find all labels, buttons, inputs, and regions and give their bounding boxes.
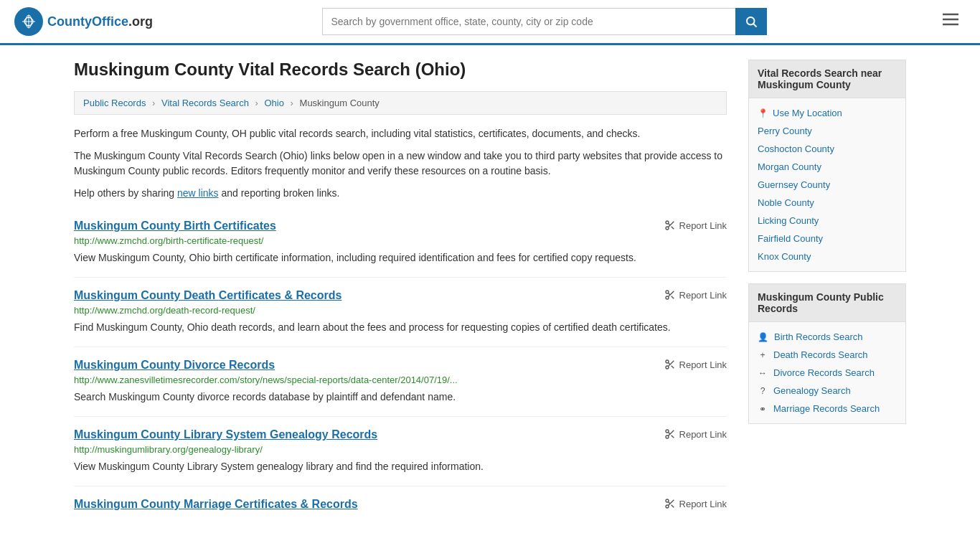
scissors-icon: [664, 220, 676, 231]
public-record-link-4[interactable]: Marriage Records Search: [773, 403, 880, 414]
nearby-county-link-4[interactable]: Noble County: [758, 197, 814, 208]
new-links-link[interactable]: new links: [177, 187, 219, 199]
nearby-county-item: Knox County: [749, 248, 905, 265]
svg-point-25: [666, 435, 669, 438]
public-records-links: 👤 Birth Records Search + Death Records S…: [749, 322, 905, 423]
result-url: http://www.zanesvilletimesrecorder.com/s…: [74, 375, 727, 385]
svg-line-32: [671, 505, 674, 508]
result-header: Muskingum County Marriage Certificates &…: [74, 498, 727, 511]
public-record-item: ↔ Divorce Records Search: [749, 364, 905, 382]
nearby-county-item: Fairfield County: [749, 230, 905, 248]
genealogy-icon: ?: [758, 386, 768, 396]
header: CountyOffice.org: [0, 0, 980, 45]
nearby-title: Vital Records Search near Muskingum Coun…: [749, 60, 905, 98]
result-item: Muskingum County Library System Genealog…: [74, 417, 727, 486]
nearby-county-item: Licking County: [749, 212, 905, 230]
result-desc: View Muskingum County Library System gen…: [74, 459, 727, 474]
sidebar: Vital Records Search near Muskingum Coun…: [748, 60, 906, 525]
nearby-counties-list: Perry CountyCoshocton CountyMorgan Count…: [749, 122, 905, 265]
search-button[interactable]: [735, 8, 767, 35]
result-url: http://www.zmchd.org/birth-certificate-r…: [74, 235, 727, 246]
result-desc: View Muskingum County, Ohio birth certif…: [74, 250, 727, 265]
result-title-0[interactable]: Muskingum County Birth Certificates: [74, 220, 276, 232]
public-record-link-2[interactable]: Divorce Records Search: [773, 367, 875, 378]
report-link-label: Report Link: [679, 290, 727, 301]
report-link-3[interactable]: Report Link: [664, 428, 727, 440]
result-header: Muskingum County Death Certificates & Re…: [74, 289, 727, 302]
breadcrumb-vital-records[interactable]: Vital Records Search: [161, 98, 249, 108]
nearby-links: 📍 Use My Location Perry CountyCoshocton …: [749, 98, 905, 271]
page-title: Muskingum County Vital Records Search (O…: [74, 60, 727, 80]
nearby-county-link-0[interactable]: Perry County: [758, 126, 812, 136]
svg-line-28: [668, 432, 670, 434]
report-link-4[interactable]: Report Link: [664, 498, 727, 509]
svg-point-14: [666, 291, 669, 293]
scissors-icon: [664, 289, 676, 301]
result-title-3[interactable]: Muskingum County Library System Genealog…: [74, 428, 377, 441]
svg-point-9: [666, 221, 669, 224]
nearby-county-link-5[interactable]: Licking County: [758, 215, 819, 226]
svg-line-5: [753, 24, 756, 27]
logo-text: CountyOffice.org: [47, 14, 153, 29]
nearby-county-item: Guernsey County: [749, 176, 905, 194]
nearby-county-link-1[interactable]: Coshocton County: [758, 143, 834, 154]
svg-point-10: [666, 227, 669, 230]
report-link-0[interactable]: Report Link: [664, 220, 727, 231]
result-title-1[interactable]: Muskingum County Death Certificates & Re…: [74, 289, 341, 302]
main-container: Muskingum County Vital Records Search (O…: [60, 45, 920, 540]
result-desc: Search Muskingum County divorce records …: [74, 390, 727, 405]
result-url: http://muskingumlibrary.org/genealogy-li…: [74, 444, 727, 455]
search-area: [322, 8, 767, 35]
report-link-1[interactable]: Report Link: [664, 289, 727, 301]
marriage-icon: ⚭: [758, 404, 768, 414]
svg-line-18: [668, 293, 670, 295]
svg-line-23: [668, 362, 670, 364]
report-link-2[interactable]: Report Link: [664, 359, 727, 370]
breadcrumb-public-records[interactable]: Public Records: [83, 98, 146, 108]
scissors-icon: [664, 428, 676, 440]
logo-area: CountyOffice.org: [14, 7, 153, 36]
nearby-county-item: Noble County: [749, 194, 905, 212]
public-record-link-3[interactable]: Genealogy Search: [773, 385, 851, 396]
report-link-label: Report Link: [679, 429, 727, 440]
svg-point-30: [666, 505, 669, 508]
description-3: Help others by sharing new links and rep…: [74, 186, 727, 201]
svg-line-33: [668, 501, 670, 504]
death-icon: +: [758, 350, 768, 360]
public-record-link-0[interactable]: Birth Records Search: [774, 331, 863, 342]
report-link-label: Report Link: [679, 359, 727, 370]
scissors-icon: [664, 359, 676, 370]
search-input[interactable]: [322, 8, 735, 35]
svg-line-12: [671, 227, 674, 230]
result-desc: Find Muskingum County, Ohio death record…: [74, 320, 727, 335]
svg-point-15: [666, 296, 669, 299]
menu-button[interactable]: [936, 9, 966, 34]
description-2: The Muskingum County Vital Records Searc…: [74, 149, 727, 179]
location-icon: 📍: [758, 108, 768, 118]
result-item: Muskingum County Marriage Certificates &…: [74, 486, 727, 525]
use-my-location-item: 📍 Use My Location: [749, 104, 905, 122]
public-record-item: ? Genealogy Search: [749, 382, 905, 400]
public-record-item: + Death Records Search: [749, 346, 905, 364]
public-record-item: ⚭ Marriage Records Search: [749, 400, 905, 418]
nearby-county-link-2[interactable]: Morgan County: [758, 161, 821, 172]
result-title-2[interactable]: Muskingum County Divorce Records: [74, 359, 275, 372]
svg-line-17: [671, 296, 674, 299]
breadcrumb-ohio[interactable]: Ohio: [265, 98, 284, 108]
public-record-item: 👤 Birth Records Search: [749, 328, 905, 346]
nearby-county-link-3[interactable]: Guernsey County: [758, 179, 830, 190]
report-link-label: Report Link: [679, 499, 727, 509]
results-list: Muskingum County Birth Certificates Repo…: [74, 208, 727, 525]
svg-line-13: [668, 223, 670, 225]
nearby-county-link-7[interactable]: Knox County: [758, 251, 811, 262]
result-header: Muskingum County Divorce Records Report …: [74, 359, 727, 372]
public-record-link-1[interactable]: Death Records Search: [773, 349, 868, 360]
svg-point-19: [666, 360, 669, 363]
description-1: Perform a free Muskingum County, OH publ…: [74, 126, 727, 141]
result-title-4[interactable]: Muskingum County Marriage Certificates &…: [74, 498, 358, 511]
public-records-section: Muskingum County Public Records 👤 Birth …: [748, 283, 906, 424]
use-my-location-link[interactable]: Use My Location: [773, 108, 842, 118]
svg-point-20: [666, 366, 669, 369]
nearby-county-link-6[interactable]: Fairfield County: [758, 233, 823, 244]
svg-line-22: [671, 366, 674, 369]
